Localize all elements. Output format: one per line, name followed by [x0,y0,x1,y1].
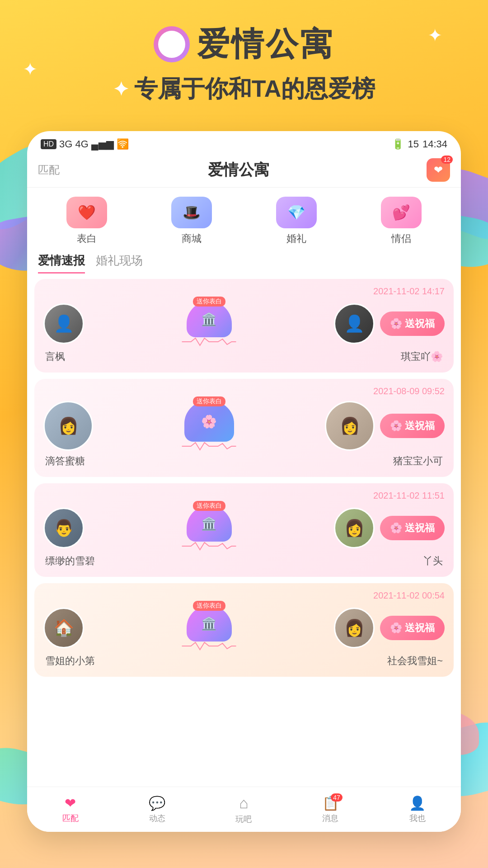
card-2-content: 👩 送你表白 🌸 👩 🌸 送祝福 [43,401,445,451]
card-1-arch: 送你表白 🏛️ [187,301,232,337]
card-1-names: 言枫 琪宝吖🌸 [43,350,445,363]
card-3-names: 缥缈的雪碧 丫头 [43,554,445,568]
arch-badge-3: 送你表白 [193,501,225,511]
action-shop[interactable]: 🎩 商城 [171,197,212,245]
arch-badge-4: 送你表白 [193,601,225,611]
confess-icon: ❤️ [66,197,107,228]
message-label: 消息 [322,813,338,824]
heartbeat-2 [99,442,319,451]
app-subtitle: ✦ 专属于你和TA的恩爱榜 [113,73,375,105]
card-1-avatar2: 👤 [334,303,375,344]
card-3-date: 2021-11-02 11:51 [43,491,445,501]
card-4-avatar1: 🏠 [43,608,84,648]
card-2-blessing-btn[interactable]: 🌸 送祝福 [380,414,445,438]
flower-icon-3: 🌸 [390,522,402,534]
nav-match-label: 匹配 [38,163,60,177]
arch-badge-2: 送你表白 [193,396,225,406]
couple-card-4: 2021-11-02 00:54 🏠 送你表白 🏛️ 👩 🌸 送祝福 [34,583,454,677]
action-couple[interactable]: 💕 情侣 [381,197,422,245]
card-3-name2: 丫头 [423,554,443,568]
home-icon: ❤ [65,795,76,811]
nav-bar: 匹配 爱情公寓 ❤ 12 [27,154,461,188]
couple-feed: 2021-11-02 14:17 👤 送你表白 🏛️ 👤 🌸 送祝福 [27,274,461,787]
time: 14:34 [422,138,447,150]
nav-item-profile[interactable]: 👤 我也 [409,795,426,824]
card-1-name1: 言枫 [45,350,65,363]
card-4-arch: 送你表白 🏛️ [187,605,232,642]
play-label: 玩吧 [235,814,252,825]
nav-title: 爱情公寓 [69,160,408,180]
action-wedding[interactable]: 💎 婚礼 [276,197,317,245]
card-4-content: 🏠 送你表白 🏛️ 👩 🌸 送祝福 [43,605,445,651]
ring-icon [154,26,190,62]
sparkle-icon-1: ✦ [427,25,443,46]
heartbeat-3 [89,542,328,551]
card-3-name1: 缥缈的雪碧 [45,554,95,568]
card-1-name2: 琪宝吖🌸 [401,350,443,363]
card-2-date: 2021-08-09 09:52 [43,386,445,396]
subtitle-sparkle-icon: ✦ [113,78,129,100]
tab-wedding[interactable]: 婚礼现场 [96,253,143,274]
nav-item-message[interactable]: 📋 47 消息 [322,795,339,824]
card-3-avatar1: 👨 [43,508,84,548]
card-2-avatar2: 👩 [325,401,375,451]
sparkle-icon-2: ✦ [23,59,38,80]
couple-card-1: 2021-11-02 14:17 👤 送你表白 🏛️ 👤 🌸 送祝福 [34,279,454,373]
couple-icon: 💕 [381,197,422,228]
message-badge: 47 [331,793,343,802]
app-title-row: 爱情公寓 [154,23,334,66]
card-2-avatar1: 👩 [43,401,93,451]
heartbeat-1 [89,337,328,346]
hd-badge: HD [41,139,56,149]
home-label: 匹配 [62,813,79,824]
card-1-blessing-btn[interactable]: 🌸 送祝福 [380,311,445,336]
tab-news[interactable]: 爱情速报 [38,253,85,274]
card-3-blessing-btn[interactable]: 🌸 送祝福 [380,516,445,540]
wedding-icon: 💎 [276,197,317,228]
dynamic-label: 动态 [149,813,165,824]
couple-card-2: 2021-08-09 09:52 👩 送你表白 🌸 👩 🌸 送祝福 [34,379,454,477]
shop-icon: 🎩 [171,197,212,228]
status-bar-right: 🔋 15 14:34 [392,138,447,150]
nav-item-dynamic[interactable]: 💬 动态 [149,795,165,824]
card-1-content: 👤 送你表白 🏛️ 👤 🌸 送祝福 [43,301,445,346]
card-4-date: 2021-11-02 00:54 [43,590,445,601]
card-4-name1: 雪姐的小第 [45,654,95,668]
app-title: 爱情公寓 [197,23,334,66]
card-2-wedding-center: 送你表白 🌸 [99,401,319,451]
nav-heart-icon[interactable]: ❤ 12 [427,158,450,182]
flower-icon: 🌸 [390,318,402,330]
nav-badge: 12 [441,156,453,164]
dynamic-icon: 💬 [149,795,165,811]
card-1-avatar1: 👤 [43,303,84,344]
quick-actions: ❤️ 表白 🎩 商城 💎 婚礼 💕 情侣 [27,188,461,249]
heartbeat-4 [89,642,328,651]
card-2-names: 滴答蜜糖 猪宝宝小可 [43,454,445,468]
tab-bar: 爱情速报 婚礼现场 [27,249,461,274]
card-1-wedding-center: 送你表白 🏛️ [89,301,328,346]
nav-item-home[interactable]: ❤ 匹配 [62,795,79,824]
card-2-name1: 滴答蜜糖 [45,454,85,468]
card-4-names: 雪姐的小第 社会我雪姐~ [43,654,445,668]
card-2-name2: 猪宝宝小可 [393,454,443,468]
flower-icon-2: 🌸 [390,420,402,432]
battery-level: 15 [408,138,418,150]
card-3-wedding-center: 送你表白 🏛️ [89,505,328,551]
card-1-date: 2021-11-02 14:17 [43,286,445,297]
card-4-blessing-btn[interactable]: 🌸 送祝福 [380,616,445,640]
couple-label: 情侣 [391,232,411,245]
battery-icon: 🔋 [392,138,404,150]
card-3-arch: 送你表白 🏛️ [187,505,232,542]
couple-card-3: 2021-11-02 11:51 👨 送你表白 🏛️ 👩 🌸 送祝福 [34,483,454,577]
bottom-nav: ❤ 匹配 💬 动态 ⌂ 玩吧 📋 47 消息 👤 我也 [27,787,461,832]
wedding-label: 婚礼 [286,232,306,245]
profile-icon: 👤 [409,795,426,811]
status-bar-left: HD 3G 4G ▄▅▆ 🛜 [41,138,129,150]
status-bar: HD 3G 4G ▄▅▆ 🛜 🔋 15 14:34 [27,131,461,154]
nav-item-play[interactable]: ⌂ 玩吧 [235,794,252,825]
card-3-content: 👨 送你表白 🏛️ 👩 🌸 送祝福 [43,505,445,551]
flower-icon-4: 🌸 [390,622,402,634]
action-confess[interactable]: ❤️ 表白 [66,197,107,245]
card-2-arch: 送你表白 🌸 [184,401,234,442]
card-4-wedding-center: 送你表白 🏛️ [89,605,328,651]
